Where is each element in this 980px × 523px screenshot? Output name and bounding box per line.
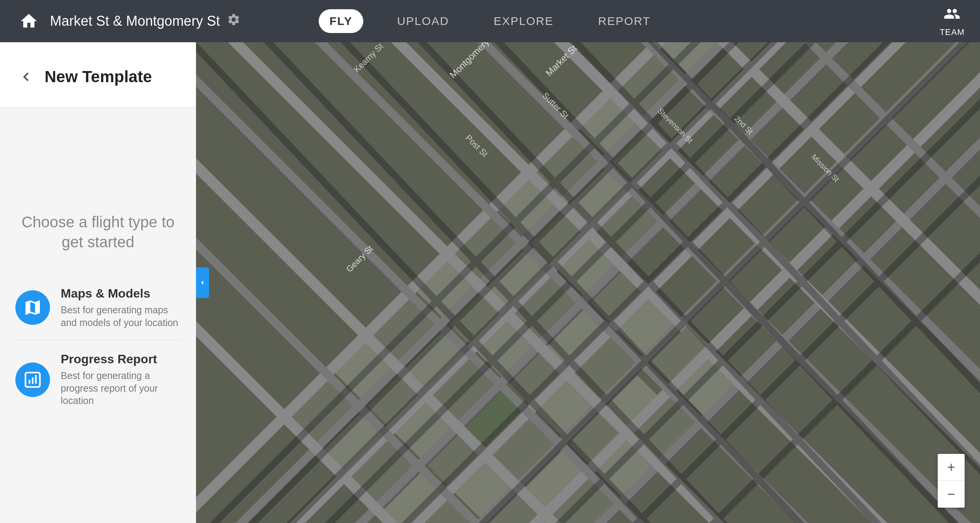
maps-models-icon [23,298,42,317]
topbar-nav: FLY UPLOAD EXPLORE REPORT [319,9,661,33]
zoom-out-button[interactable]: − [938,481,965,508]
location-name: Market St & Montgomery St [50,13,220,29]
maps-models-desc: Best for generating maps and models of y… [61,304,181,329]
progress-report-title: Progress Report [61,352,181,366]
topbar: Market St & Montgomery St FLY UPLOAD EXP… [0,0,980,42]
maps-models-text: Maps & Models Best for generating maps a… [61,286,181,329]
nav-report[interactable]: REPORT [587,9,661,33]
back-button[interactable] [15,66,37,88]
progress-report-icon-circle [15,362,50,397]
map-view: Montgomery St Kearny St Market St Sutter… [196,42,980,523]
team-label: TEAM [940,27,965,37]
sidebar: New Template Choose a flight type to get… [0,42,196,523]
zoom-controls: + − [938,454,965,508]
settings-icon[interactable] [227,13,241,30]
flight-option-progress-report[interactable]: Progress Report Best for generating a pr… [15,341,181,419]
nav-upload[interactable]: UPLOAD [386,9,460,33]
home-button[interactable] [15,8,42,35]
flight-option-maps-models[interactable]: Maps & Models Best for generating maps a… [15,275,181,341]
map-area[interactable]: Montgomery St Kearny St Market St Sutter… [196,42,980,523]
location-bar: Market St & Montgomery St [50,13,241,30]
sidebar-body: Choose a flight type to get started Maps… [0,108,196,523]
main-content: New Template Choose a flight type to get… [0,42,980,523]
nav-explore[interactable]: EXPLORE [483,9,565,33]
sidebar-header: New Template [0,42,196,108]
choose-label: Choose a flight type to get started [15,212,181,252]
progress-report-desc: Best for generating a progress report of… [61,369,181,407]
maps-models-title: Maps & Models [61,286,181,301]
team-icon [943,5,960,26]
nav-fly[interactable]: FLY [319,9,363,33]
zoom-in-button[interactable]: + [938,454,965,481]
panel-toggle-button[interactable] [196,267,209,298]
sidebar-title: New Template [45,68,152,86]
team-button[interactable]: TEAM [940,5,965,37]
maps-models-icon-circle [15,290,50,325]
progress-report-icon [23,370,42,389]
progress-report-text: Progress Report Best for generating a pr… [61,352,181,407]
